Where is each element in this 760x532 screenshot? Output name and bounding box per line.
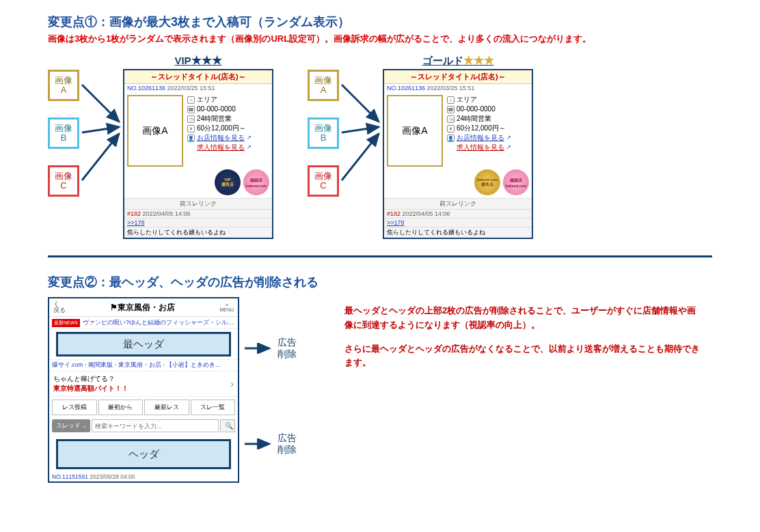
vip-panel: VIP★★★ ～スレッドタイトル(店名)～ NO.10261136 2022/0… — [123, 53, 273, 239]
page-logo: ⚑東京風俗・お店 — [110, 302, 175, 313]
breadcrumb[interactable]: 爆サイ.com › 南関東版 › 東京風俗・お店 › 【小岩】ときめき… — [49, 359, 238, 372]
tag-c: 画像 C — [48, 165, 79, 197]
shop-link[interactable]: お店情報を見る — [197, 133, 245, 143]
svg-line-0 — [82, 85, 119, 122]
reply-link[interactable]: >>178 — [127, 219, 145, 226]
svg-line-5 — [342, 134, 379, 180]
header-ad: ヘッダ — [56, 439, 231, 469]
verified-badge: 確認済bakusai.com — [243, 169, 269, 195]
svg-line-4 — [342, 127, 379, 132]
tag-column: 画像 A 画像 B 画像 C — [48, 70, 79, 197]
thread-title: ～スレッドタイトル(店名)～ — [384, 70, 532, 84]
arrow-remove-2: 広告 削除 — [243, 432, 297, 456]
post-button[interactable]: レス投稿 — [52, 400, 97, 415]
thread-meta: NO.10261136 2022/03/25 15:51 — [384, 84, 532, 92]
image-slot: 画像A — [387, 95, 443, 167]
shop-link[interactable]: お店情報を見る — [457, 133, 504, 143]
badge-row: bakusai.com優良店 確認済bakusai.com — [384, 169, 532, 198]
latest-button[interactable]: 最新レス — [144, 400, 189, 415]
menu-button[interactable]: ≡ MENU — [219, 303, 234, 312]
news-tag: 最新NEWS — [52, 319, 80, 327]
area-icon: ⌂ — [187, 96, 195, 104]
verified-badge: 確認済bakusai.com — [503, 169, 529, 195]
phone-header: く 戻る ⚑東京風俗・お店 ≡ MENU — [49, 298, 238, 317]
news-ticker[interactable]: 最新NEWS ヴァンピの呪い?ゆんと結婚のフィッシャーズ・シル… — [49, 317, 238, 329]
yen-icon: ¥ — [447, 125, 454, 132]
tel-icon: ☎ — [447, 106, 454, 113]
vip-badge: VIP優良店 — [215, 169, 241, 195]
desc-p2: さらに最ヘッダとヘッダの広告がなくなることで、以前より送客が増えることも期待でき… — [344, 342, 700, 371]
prev-link[interactable]: 前スレリンク — [387, 199, 529, 208]
person-icon: 👤 — [187, 135, 195, 142]
first-button[interactable]: 最初から — [98, 400, 144, 415]
reply-text: 焦らしたりしてくれる嬢もいるよね — [384, 227, 532, 238]
section2-title: 変更点②：最ヘッダ、ヘッダの広告が削除される — [48, 274, 712, 290]
tag-column: 画像 A 画像 B 画像 C — [308, 70, 339, 197]
yen-icon: ¥ — [187, 125, 195, 132]
tag-a: 画像 A — [308, 70, 339, 101]
phone-mock: く 戻る ⚑東京風俗・お店 ≡ MENU 最新NEWS ヴァンピの呪い?ゆんと結… — [48, 297, 239, 483]
vip-plan-title: VIP★★★ — [123, 53, 273, 68]
area-icon: ⌂ — [447, 96, 454, 104]
arrows-svg — [79, 53, 123, 197]
star-icon: ★★★ — [463, 54, 494, 67]
svg-line-3 — [342, 85, 379, 122]
arrow-remove-1: 広告 削除 — [243, 337, 297, 360]
section-divider — [48, 255, 712, 257]
search-select[interactable]: スレッド ⌵ — [52, 419, 90, 432]
svg-line-2 — [82, 134, 119, 180]
desc-p1: 最ヘッダとヘッダの上部2枚の広告が削除されることで、ユーザーがすぐに店舗情報や画… — [344, 304, 700, 333]
action-buttons: レス投稿 最初から 最新レス スレ一覧 — [49, 397, 238, 418]
tag-b: 画像 B — [48, 117, 79, 149]
search-row: スレッド ⌵ 🔍 — [49, 418, 238, 436]
gold-panel: ゴールド★★★ ～スレッドタイトル(店名)～ NO.10261136 2022/… — [383, 53, 533, 239]
tag-b: 画像 B — [308, 117, 339, 149]
prev-link[interactable]: 前スレリンク — [127, 199, 269, 208]
gold-card: ～スレッドタイトル(店名)～ NO.10261136 2022/03/25 15… — [383, 69, 533, 239]
gold-badge: bakusai.com優良店 — [474, 169, 500, 195]
gold-plan-title: ゴールド★★★ — [383, 53, 533, 68]
person-icon: 👤 — [447, 135, 454, 142]
arrows-svg — [339, 53, 383, 197]
shop-info: ⌂エリア ☎00-000-0000 ◷24時間営業 ¥60分12,000円～ 👤… — [187, 95, 269, 167]
promo-line2: 東京特選高額バイト！！ — [53, 384, 128, 393]
vip-group: 画像 A 画像 B 画像 C VIP★★★ ～スレッドタイトル(店名)～ NO.… — [48, 53, 273, 239]
clock-icon: ◷ — [447, 115, 454, 123]
top-header-ad: 最ヘッダ — [56, 332, 231, 356]
list-button[interactable]: スレ一覧 — [191, 400, 236, 415]
news-text: ヴァンピの呪い?ゆんと結婚のフィッシャーズ・シル… — [83, 318, 234, 327]
recruit-link[interactable]: 求人情報を見る — [197, 143, 245, 152]
reply-link[interactable]: >>178 — [387, 219, 405, 226]
search-input[interactable] — [92, 419, 219, 432]
tag-a: 画像 A — [48, 70, 79, 101]
promo-banner[interactable]: ちゃんと稼げてる？ 東京特選高額バイト！！ › — [49, 372, 238, 397]
chevron-right-icon: › — [230, 378, 234, 389]
thread-title: ～スレッドタイトル(店名)～ — [124, 70, 272, 84]
tel-icon: ☎ — [187, 106, 195, 113]
clock-icon: ◷ — [187, 115, 195, 123]
section2-description: 最ヘッダとヘッダの上部2枚の広告が削除されることで、ユーザーがすぐに店舗情報や画… — [344, 304, 700, 380]
svg-line-1 — [82, 127, 119, 132]
section1-subtitle: 画像は3枚から1枚がランダムで表示されます（画像別のURL設定可）。画像訴求の幅… — [48, 33, 712, 45]
star-icon: ★★★ — [191, 54, 222, 67]
back-button[interactable]: く 戻る — [53, 301, 66, 313]
section1-title: 変更点①：画像が最大3枚まで入稿可（ランダム表示） — [48, 14, 712, 30]
badge-row: VIP優良店 確認済bakusai.com — [124, 169, 272, 198]
section1-row: 画像 A 画像 B 画像 C VIP★★★ ～スレッドタイトル(店名)～ NO.… — [48, 53, 712, 239]
reply-text: 焦らしたりしてくれる嬢もいるよね — [124, 227, 272, 238]
gold-group: 画像 A 画像 B 画像 C ゴールド★★★ ～スレッドタイトル(店名)～ NO… — [308, 53, 533, 239]
shop-info: ⌂エリア ☎00-000-0000 ◷24時間営業 ¥60分12,000円～ 👤… — [447, 95, 529, 167]
promo-line1: ちゃんと稼げてる？ — [53, 374, 128, 384]
section2-row: く 戻る ⚑東京風俗・お店 ≡ MENU 最新NEWS ヴァンピの呪い?ゆんと結… — [48, 297, 712, 483]
image-slot: 画像A — [127, 95, 183, 167]
vip-card: ～スレッドタイトル(店名)～ NO.10261136 2022/03/25 15… — [123, 69, 273, 239]
recruit-link[interactable]: 求人情報を見る — [457, 143, 504, 152]
tag-c: 画像 C — [308, 165, 339, 197]
search-button[interactable]: 🔍 — [220, 419, 235, 432]
thread-meta: NO.10261136 2022/03/25 15:51 — [124, 84, 272, 92]
thread-footer: NO.11151591 2023/05/28 04:00 — [49, 472, 238, 481]
